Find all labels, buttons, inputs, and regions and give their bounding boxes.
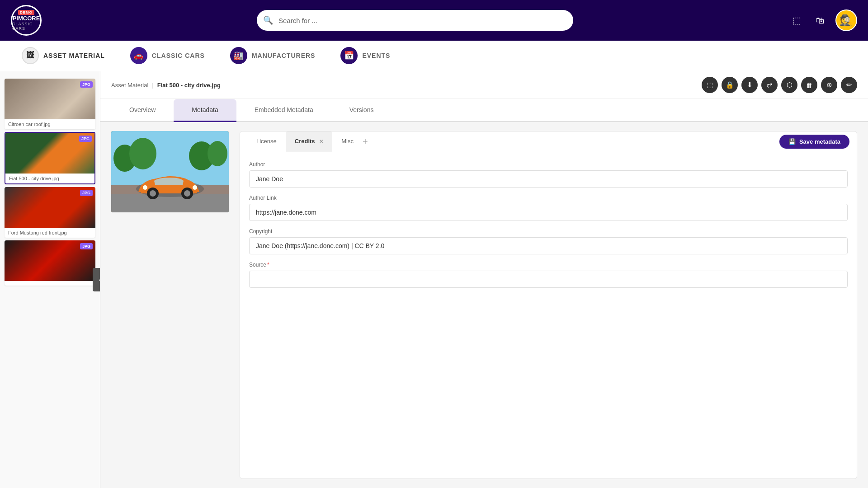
nav-item-classic-cars[interactable]: 🚗 CLASSIC CARS xyxy=(118,41,217,71)
header-actions: ⬚ 🛍 🕵️ xyxy=(788,9,857,31)
header-tablet-icon[interactable]: ⬚ xyxy=(788,12,805,28)
svg-point-13 xyxy=(143,185,147,190)
events-icon: 📅 xyxy=(340,47,358,64)
toolbar-share-btn[interactable]: ⬡ xyxy=(781,77,797,93)
logo-circle: DEMO PIMCORE CLASSIC CARS xyxy=(11,5,42,36)
nav-label-manufacturers: MANUFACTURERS xyxy=(252,52,316,59)
credits-form: Author Author Link Copyright Source* xyxy=(240,152,857,297)
search-bar: 🔍 xyxy=(257,10,573,31)
asset-badge-4: JPG xyxy=(80,243,93,249)
asset-card-3[interactable]: JPG Ford Mustang red front.jpg xyxy=(5,187,95,238)
tab-overview[interactable]: Overview xyxy=(111,99,174,122)
asset-card-1[interactable]: JPG Citroen car roof.jpg xyxy=(5,79,95,129)
breadcrumb-current: Fiat 500 - city drive.jpg xyxy=(157,82,221,89)
sidebar-collapse-btn[interactable]: ‹ xyxy=(93,268,100,291)
save-metadata-button[interactable]: 💾 Save metadata xyxy=(779,135,849,149)
svg-point-2 xyxy=(129,138,156,169)
demo-badge: DEMO xyxy=(18,10,34,15)
source-input[interactable] xyxy=(249,271,848,288)
toolbar-edit-btn[interactable]: ✏ xyxy=(841,77,857,93)
author-input[interactable] xyxy=(249,170,848,188)
author-label: Author xyxy=(249,161,848,168)
sidebar: JPG Citroen car roof.jpg JPG Fiat 500 - … xyxy=(0,71,100,488)
meta-add-tab-btn[interactable]: + xyxy=(363,136,368,147)
copyright-label: Copyright xyxy=(249,228,848,235)
toolbar-actions: ⬚ 🔒 ⬇ ⇄ ⬡ 🗑 ⊕ ✏ xyxy=(702,77,857,93)
source-group: Source* xyxy=(249,262,848,288)
asset-badge-3: JPG xyxy=(80,190,93,196)
asset-card-4[interactable]: JPG xyxy=(5,240,95,286)
main-container: JPG Citroen car roof.jpg JPG Fiat 500 - … xyxy=(0,71,868,488)
svg-point-12 xyxy=(184,190,190,197)
svg-point-14 xyxy=(193,185,197,190)
logo-brand: PIMCORE xyxy=(13,15,40,22)
svg-point-10 xyxy=(150,190,156,197)
toolbar-delete-btn[interactable]: 🗑 xyxy=(801,77,817,93)
metadata-tabs: License Credits ✕ Misc + 💾 Save metadata xyxy=(240,131,857,152)
asset-badge-2: JPG xyxy=(79,136,92,142)
manufacturers-icon: 🏭 xyxy=(230,47,247,64)
author-link-input[interactable] xyxy=(249,204,848,221)
tabs-row: Overview Metadata Embedded Metadata Vers… xyxy=(100,99,868,122)
nav-label-asset-material: ASSET MATERIAL xyxy=(43,52,105,59)
tab-embedded-metadata[interactable]: Embedded Metadata xyxy=(236,99,331,122)
asset-card-2[interactable]: JPG Fiat 500 - city drive.jpg xyxy=(5,132,95,184)
tab-versions[interactable]: Versions xyxy=(331,99,392,122)
asset-label-1: Citroen car roof.jpg xyxy=(5,119,95,129)
nav-label-classic-cars: CLASSIC CARS xyxy=(152,52,205,59)
navbar: 🖼 ASSET MATERIAL 🚗 CLASSIC CARS 🏭 MANUFA… xyxy=(0,41,868,71)
copyright-group: Copyright xyxy=(249,228,848,254)
breadcrumb-bar: Asset Material | Fiat 500 - city drive.j… xyxy=(100,71,868,99)
avatar-emoji: 🕵️ xyxy=(840,14,853,27)
header-bag-icon[interactable]: 🛍 xyxy=(812,12,828,28)
source-label: Source* xyxy=(249,262,848,268)
content-area: Asset Material | Fiat 500 - city drive.j… xyxy=(100,71,868,488)
asset-material-icon: 🖼 xyxy=(22,47,39,64)
nav-item-events[interactable]: 📅 EVENTS xyxy=(328,41,403,71)
save-metadata-icon: 💾 xyxy=(788,138,796,145)
meta-tab-credits[interactable]: Credits ✕ xyxy=(286,131,332,152)
toolbar-download-btn[interactable]: ⬇ xyxy=(741,77,758,93)
meta-tab-license[interactable]: License xyxy=(247,131,286,152)
breadcrumb-parent[interactable]: Asset Material xyxy=(111,82,148,89)
avatar[interactable]: 🕵️ xyxy=(835,9,857,31)
asset-thumbnail-2: JPG xyxy=(5,133,94,174)
asset-label-2: Fiat 500 - city drive.jpg xyxy=(5,174,94,183)
tab-metadata[interactable]: Metadata xyxy=(174,99,236,122)
editor-area: License Credits ✕ Misc + 💾 Save metadata xyxy=(100,122,868,488)
search-input[interactable] xyxy=(257,10,573,31)
asset-badge-1: JPG xyxy=(80,81,93,88)
toolbar-copy-btn[interactable]: ⬚ xyxy=(702,77,718,93)
svg-point-4 xyxy=(208,141,227,166)
classic-cars-icon: 🚗 xyxy=(130,47,147,64)
asset-thumbnail-1: JPG xyxy=(5,79,95,119)
logo-sub: CLASSIC CARS xyxy=(12,22,40,31)
metadata-panel: License Credits ✕ Misc + 💾 Save metadata xyxy=(240,131,857,479)
breadcrumb-separator: | xyxy=(152,82,153,89)
meta-tab-misc[interactable]: Misc xyxy=(332,131,363,152)
nav-item-manufacturers[interactable]: 🏭 MANUFACTURERS xyxy=(217,41,328,71)
toolbar-replace-btn[interactable]: ⇄ xyxy=(761,77,778,93)
source-required: * xyxy=(267,262,269,268)
asset-label-4 xyxy=(5,281,95,286)
save-metadata-label: Save metadata xyxy=(799,138,840,145)
nav-label-events: EVENTS xyxy=(362,52,390,59)
nav-item-asset-material[interactable]: 🖼 ASSET MATERIAL xyxy=(9,41,118,71)
toolbar-add-btn[interactable]: ⊕ xyxy=(821,77,837,93)
toolbar-lock-btn[interactable]: 🔒 xyxy=(722,77,738,93)
search-icon: 🔍 xyxy=(263,15,273,25)
asset-label-3: Ford Mustang red front.jpg xyxy=(5,228,95,238)
author-link-group: Author Link xyxy=(249,195,848,221)
preview-image xyxy=(111,131,229,212)
author-group: Author xyxy=(249,161,848,188)
asset-thumbnail-4: JPG xyxy=(5,240,95,281)
logo-area: DEMO PIMCORE CLASSIC CARS xyxy=(11,5,42,36)
author-link-label: Author Link xyxy=(249,195,848,201)
meta-tab-credits-close[interactable]: ✕ xyxy=(319,139,323,144)
copyright-input[interactable] xyxy=(249,237,848,254)
header: DEMO PIMCORE CLASSIC CARS 🔍 ⬚ 🛍 🕵️ xyxy=(0,0,868,41)
asset-thumbnail-3: JPG xyxy=(5,187,95,228)
